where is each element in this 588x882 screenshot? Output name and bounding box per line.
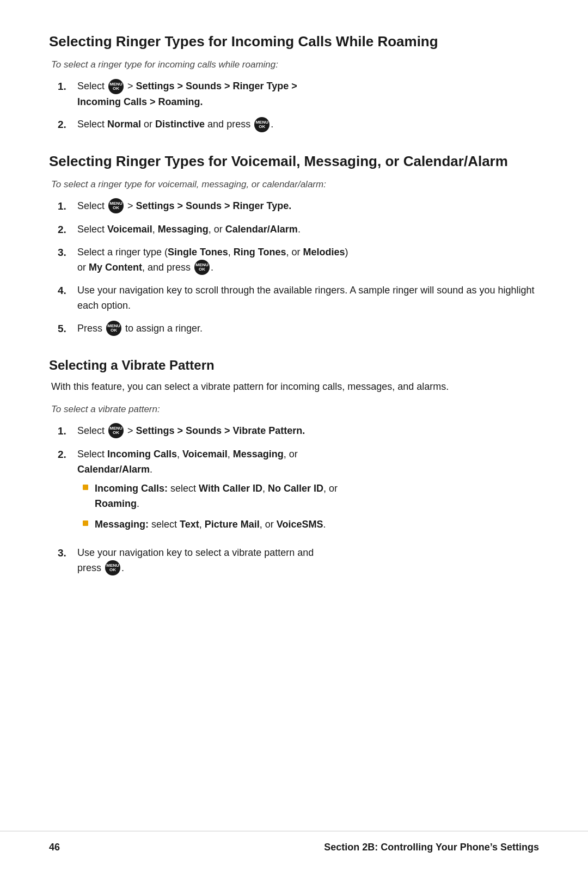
menu-icon: MENUOK — [108, 79, 124, 94]
section-vibrate-intro: To select a vibrate pattern: — [49, 402, 539, 416]
section-vibrate-body-intro: With this feature, you can select a vibr… — [49, 379, 539, 395]
step-content: Press MENUOK to assign a ringer. — [77, 321, 203, 336]
section-ringer-roaming-heading: Selecting Ringer Types for Incoming Call… — [49, 33, 539, 51]
step-number: 1. — [58, 199, 73, 215]
section-vibrate-steps: 1. Select MENUOK > Settings > Sounds > V… — [49, 424, 539, 576]
footer-page-number: 46 — [49, 840, 60, 855]
menu-icon: MENUOK — [254, 117, 270, 132]
footer-section-label: Section 2B: Controlling Your Phone’s Set… — [324, 840, 539, 855]
section-ringer-voicemail: Selecting Ringer Types for Voicemail, Me… — [49, 152, 539, 337]
section-ringer-roaming-steps: 1. Select MENUOK > Settings > Sounds > R… — [49, 79, 539, 133]
step-content: Use your navigation key to scroll throug… — [77, 283, 539, 314]
step-5: 5. Press MENUOK to assign a ringer. — [49, 321, 539, 337]
step-2: 2. Select Incoming Calls, Voicemail, Mes… — [49, 447, 539, 538]
page-footer: 46 Section 2B: Controlling Your Phone’s … — [0, 831, 588, 855]
page-content: Selecting Ringer Types for Incoming Call… — [49, 33, 539, 576]
sub-bullet-icon — [83, 520, 88, 526]
step-number: 2. — [58, 447, 73, 463]
section-ringer-roaming-intro: To select a ringer type for incoming cal… — [49, 58, 539, 72]
step-number: 4. — [58, 283, 73, 299]
menu-icon: MENUOK — [108, 423, 124, 438]
sub-list-item: Incoming Calls: select With Caller ID, N… — [83, 481, 338, 512]
step-3: 3. Select a ringer type (Single Tones, R… — [49, 245, 539, 275]
step-content: Use your navigation key to select a vibr… — [77, 546, 314, 576]
step-content: Select a ringer type (Single Tones, Ring… — [77, 245, 348, 275]
step-number: 1. — [58, 424, 73, 439]
step-content: Select MENUOK > Settings > Sounds > Ring… — [77, 79, 297, 109]
sub-list: Incoming Calls: select With Caller ID, N… — [83, 481, 338, 532]
section-ringer-voicemail-steps: 1. Select MENUOK > Settings > Sounds > R… — [49, 199, 539, 336]
step-number: 1. — [58, 79, 73, 95]
section-ringer-voicemail-heading: Selecting Ringer Types for Voicemail, Me… — [49, 152, 539, 171]
step-2: 2. Select Voicemail, Messaging, or Calen… — [49, 222, 539, 238]
step-4: 4. Use your navigation key to scroll thr… — [49, 283, 539, 314]
section-ringer-voicemail-intro: To select a ringer type for voicemail, m… — [49, 177, 539, 192]
step-content: Select Voicemail, Messaging, or Calendar… — [77, 222, 301, 237]
step-3: 3. Use your navigation key to select a v… — [49, 546, 539, 576]
menu-icon: MENUOK — [106, 321, 121, 336]
sub-list-item: Messaging: select Text, Picture Mail, or… — [83, 517, 338, 532]
step-content: Select MENUOK > Settings > Sounds > Ring… — [77, 199, 291, 214]
menu-icon: MENUOK — [105, 560, 120, 575]
step-number: 2. — [58, 222, 73, 238]
sub-bullet-icon — [83, 485, 88, 490]
step-number: 5. — [58, 321, 73, 337]
section-vibrate-heading: Selecting a Vibrate Pattern — [49, 357, 539, 373]
menu-icon: MENUOK — [108, 198, 124, 213]
sub-content: Incoming Calls: select With Caller ID, N… — [95, 481, 338, 512]
step-content: Select MENUOK > Settings > Sounds > Vibr… — [77, 424, 305, 439]
step-number: 3. — [58, 546, 73, 561]
step-number: 3. — [58, 245, 73, 261]
menu-icon: MENUOK — [194, 260, 210, 275]
step-1: 1. Select MENUOK > Settings > Sounds > R… — [49, 199, 539, 215]
step-number: 2. — [58, 117, 73, 133]
step-content: Select Normal or Distinctive and press M… — [77, 117, 273, 132]
step-content: Select Incoming Calls, Voicemail, Messag… — [77, 447, 338, 538]
sub-content: Messaging: select Text, Picture Mail, or… — [95, 517, 326, 532]
section-ringer-roaming: Selecting Ringer Types for Incoming Call… — [49, 33, 539, 133]
section-vibrate: Selecting a Vibrate Pattern With this fe… — [49, 357, 539, 577]
step-1: 1. Select MENUOK > Settings > Sounds > V… — [49, 424, 539, 439]
step-2: 2. Select Normal or Distinctive and pres… — [49, 117, 539, 133]
step-1: 1. Select MENUOK > Settings > Sounds > R… — [49, 79, 539, 109]
